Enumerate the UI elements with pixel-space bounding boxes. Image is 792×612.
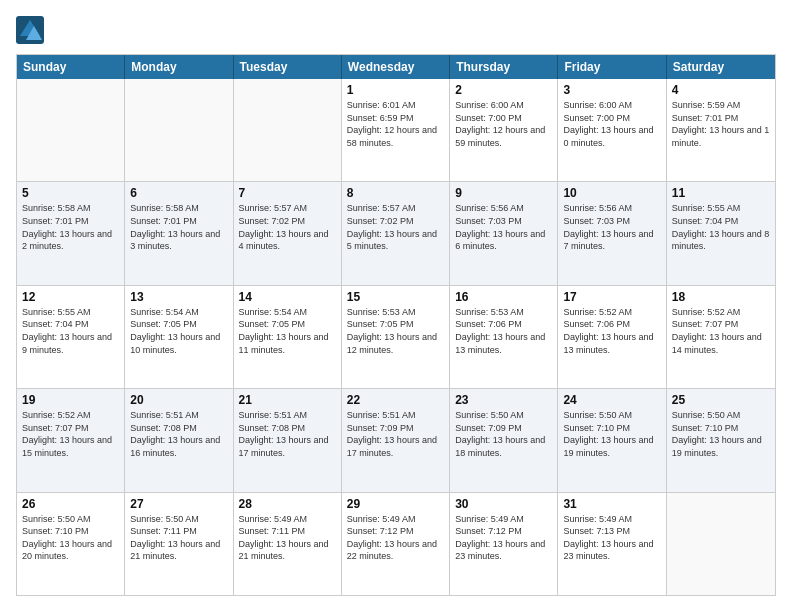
calendar-cell: 5Sunrise: 5:58 AMSunset: 7:01 PMDaylight… [17, 182, 125, 284]
day-number: 29 [347, 497, 444, 511]
calendar-cell: 7Sunrise: 5:57 AMSunset: 7:02 PMDaylight… [234, 182, 342, 284]
day-number: 7 [239, 186, 336, 200]
calendar-cell: 1Sunrise: 6:01 AMSunset: 6:59 PMDaylight… [342, 79, 450, 181]
calendar-cell: 11Sunrise: 5:55 AMSunset: 7:04 PMDayligh… [667, 182, 775, 284]
header-day-monday: Monday [125, 55, 233, 79]
cell-info: Sunrise: 6:01 AMSunset: 6:59 PMDaylight:… [347, 99, 444, 149]
cell-info: Sunrise: 5:55 AMSunset: 7:04 PMDaylight:… [672, 202, 770, 252]
calendar-cell: 6Sunrise: 5:58 AMSunset: 7:01 PMDaylight… [125, 182, 233, 284]
calendar-cell [125, 79, 233, 181]
calendar-cell: 23Sunrise: 5:50 AMSunset: 7:09 PMDayligh… [450, 389, 558, 491]
day-number: 3 [563, 83, 660, 97]
cell-info: Sunrise: 5:49 AMSunset: 7:12 PMDaylight:… [347, 513, 444, 563]
calendar-body: 1Sunrise: 6:01 AMSunset: 6:59 PMDaylight… [17, 79, 775, 595]
calendar-cell: 27Sunrise: 5:50 AMSunset: 7:11 PMDayligh… [125, 493, 233, 595]
calendar-row-2: 12Sunrise: 5:55 AMSunset: 7:04 PMDayligh… [17, 285, 775, 388]
cell-info: Sunrise: 5:54 AMSunset: 7:05 PMDaylight:… [239, 306, 336, 356]
cell-info: Sunrise: 5:58 AMSunset: 7:01 PMDaylight:… [130, 202, 227, 252]
day-number: 1 [347, 83, 444, 97]
cell-info: Sunrise: 6:00 AMSunset: 7:00 PMDaylight:… [455, 99, 552, 149]
cell-info: Sunrise: 5:49 AMSunset: 7:12 PMDaylight:… [455, 513, 552, 563]
cell-info: Sunrise: 5:50 AMSunset: 7:10 PMDaylight:… [22, 513, 119, 563]
day-number: 5 [22, 186, 119, 200]
header-day-saturday: Saturday [667, 55, 775, 79]
cell-info: Sunrise: 5:51 AMSunset: 7:08 PMDaylight:… [130, 409, 227, 459]
day-number: 12 [22, 290, 119, 304]
cell-info: Sunrise: 5:55 AMSunset: 7:04 PMDaylight:… [22, 306, 119, 356]
day-number: 30 [455, 497, 552, 511]
cell-info: Sunrise: 5:51 AMSunset: 7:08 PMDaylight:… [239, 409, 336, 459]
calendar-cell: 14Sunrise: 5:54 AMSunset: 7:05 PMDayligh… [234, 286, 342, 388]
cell-info: Sunrise: 5:50 AMSunset: 7:10 PMDaylight:… [563, 409, 660, 459]
calendar-cell: 19Sunrise: 5:52 AMSunset: 7:07 PMDayligh… [17, 389, 125, 491]
day-number: 28 [239, 497, 336, 511]
calendar-cell: 24Sunrise: 5:50 AMSunset: 7:10 PMDayligh… [558, 389, 666, 491]
day-number: 31 [563, 497, 660, 511]
calendar-cell [17, 79, 125, 181]
day-number: 19 [22, 393, 119, 407]
cell-info: Sunrise: 5:56 AMSunset: 7:03 PMDaylight:… [563, 202, 660, 252]
calendar-cell: 9Sunrise: 5:56 AMSunset: 7:03 PMDaylight… [450, 182, 558, 284]
day-number: 2 [455, 83, 552, 97]
calendar-cell: 12Sunrise: 5:55 AMSunset: 7:04 PMDayligh… [17, 286, 125, 388]
calendar: SundayMondayTuesdayWednesdayThursdayFrid… [16, 54, 776, 596]
header-day-friday: Friday [558, 55, 666, 79]
calendar-cell: 30Sunrise: 5:49 AMSunset: 7:12 PMDayligh… [450, 493, 558, 595]
cell-info: Sunrise: 5:49 AMSunset: 7:11 PMDaylight:… [239, 513, 336, 563]
calendar-cell: 21Sunrise: 5:51 AMSunset: 7:08 PMDayligh… [234, 389, 342, 491]
calendar-cell: 10Sunrise: 5:56 AMSunset: 7:03 PMDayligh… [558, 182, 666, 284]
day-number: 17 [563, 290, 660, 304]
cell-info: Sunrise: 5:50 AMSunset: 7:11 PMDaylight:… [130, 513, 227, 563]
day-number: 11 [672, 186, 770, 200]
header [16, 16, 776, 44]
header-day-tuesday: Tuesday [234, 55, 342, 79]
cell-info: Sunrise: 5:49 AMSunset: 7:13 PMDaylight:… [563, 513, 660, 563]
cell-info: Sunrise: 5:57 AMSunset: 7:02 PMDaylight:… [239, 202, 336, 252]
cell-info: Sunrise: 5:51 AMSunset: 7:09 PMDaylight:… [347, 409, 444, 459]
calendar-cell: 4Sunrise: 5:59 AMSunset: 7:01 PMDaylight… [667, 79, 775, 181]
day-number: 16 [455, 290, 552, 304]
cell-info: Sunrise: 5:52 AMSunset: 7:06 PMDaylight:… [563, 306, 660, 356]
calendar-header: SundayMondayTuesdayWednesdayThursdayFrid… [17, 55, 775, 79]
header-day-wednesday: Wednesday [342, 55, 450, 79]
day-number: 23 [455, 393, 552, 407]
calendar-row-3: 19Sunrise: 5:52 AMSunset: 7:07 PMDayligh… [17, 388, 775, 491]
day-number: 15 [347, 290, 444, 304]
calendar-cell: 15Sunrise: 5:53 AMSunset: 7:05 PMDayligh… [342, 286, 450, 388]
calendar-cell: 8Sunrise: 5:57 AMSunset: 7:02 PMDaylight… [342, 182, 450, 284]
day-number: 14 [239, 290, 336, 304]
day-number: 26 [22, 497, 119, 511]
calendar-cell: 16Sunrise: 5:53 AMSunset: 7:06 PMDayligh… [450, 286, 558, 388]
calendar-cell: 18Sunrise: 5:52 AMSunset: 7:07 PMDayligh… [667, 286, 775, 388]
calendar-row-1: 5Sunrise: 5:58 AMSunset: 7:01 PMDaylight… [17, 181, 775, 284]
cell-info: Sunrise: 6:00 AMSunset: 7:00 PMDaylight:… [563, 99, 660, 149]
calendar-row-0: 1Sunrise: 6:01 AMSunset: 6:59 PMDaylight… [17, 79, 775, 181]
day-number: 22 [347, 393, 444, 407]
cell-info: Sunrise: 5:52 AMSunset: 7:07 PMDaylight:… [22, 409, 119, 459]
day-number: 9 [455, 186, 552, 200]
day-number: 21 [239, 393, 336, 407]
day-number: 4 [672, 83, 770, 97]
day-number: 27 [130, 497, 227, 511]
cell-info: Sunrise: 5:53 AMSunset: 7:05 PMDaylight:… [347, 306, 444, 356]
cell-info: Sunrise: 5:57 AMSunset: 7:02 PMDaylight:… [347, 202, 444, 252]
logo-icon [16, 16, 44, 44]
page: SundayMondayTuesdayWednesdayThursdayFrid… [0, 0, 792, 612]
calendar-row-4: 26Sunrise: 5:50 AMSunset: 7:10 PMDayligh… [17, 492, 775, 595]
calendar-cell: 26Sunrise: 5:50 AMSunset: 7:10 PMDayligh… [17, 493, 125, 595]
cell-info: Sunrise: 5:52 AMSunset: 7:07 PMDaylight:… [672, 306, 770, 356]
calendar-cell: 3Sunrise: 6:00 AMSunset: 7:00 PMDaylight… [558, 79, 666, 181]
cell-info: Sunrise: 5:58 AMSunset: 7:01 PMDaylight:… [22, 202, 119, 252]
calendar-cell: 28Sunrise: 5:49 AMSunset: 7:11 PMDayligh… [234, 493, 342, 595]
cell-info: Sunrise: 5:54 AMSunset: 7:05 PMDaylight:… [130, 306, 227, 356]
day-number: 25 [672, 393, 770, 407]
day-number: 18 [672, 290, 770, 304]
day-number: 10 [563, 186, 660, 200]
calendar-cell [667, 493, 775, 595]
logo [16, 16, 48, 44]
day-number: 8 [347, 186, 444, 200]
day-number: 24 [563, 393, 660, 407]
calendar-cell: 31Sunrise: 5:49 AMSunset: 7:13 PMDayligh… [558, 493, 666, 595]
calendar-cell: 20Sunrise: 5:51 AMSunset: 7:08 PMDayligh… [125, 389, 233, 491]
header-day-thursday: Thursday [450, 55, 558, 79]
